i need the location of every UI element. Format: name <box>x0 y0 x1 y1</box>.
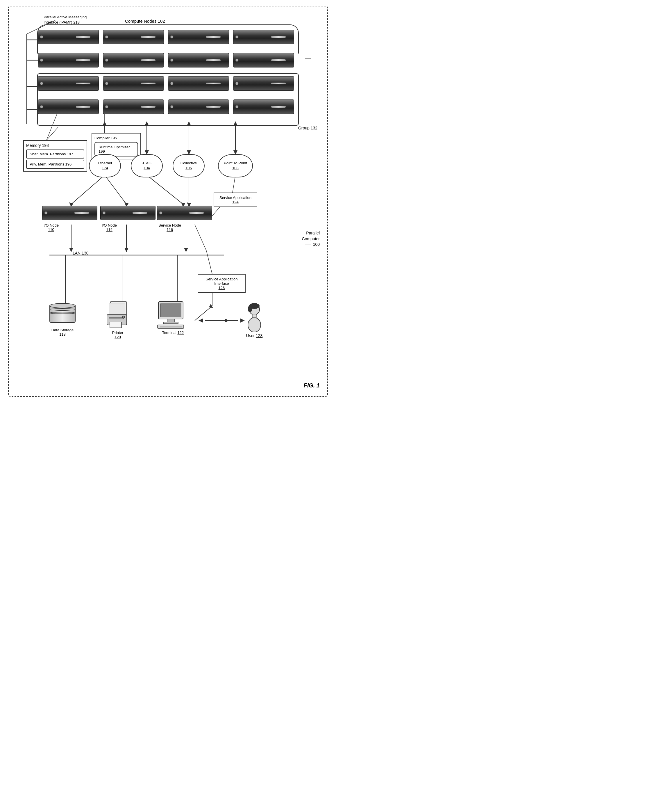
svg-marker-58 <box>225 319 229 322</box>
server-row-3 <box>38 76 294 91</box>
pami-label: Parallel Active Messaging Interface ('PA… <box>43 14 90 25</box>
priv-mem-label: Priv. Mem. Partitions 196 <box>26 160 84 169</box>
svg-marker-61 <box>198 319 203 322</box>
sai-id: 126 <box>200 286 243 290</box>
server-4-1 <box>38 99 99 114</box>
svg-line-29 <box>71 175 105 204</box>
svg-rect-69 <box>109 318 123 319</box>
server-row-1 <box>38 30 294 44</box>
ethernet-cloud: Ethernet 174 <box>89 154 121 177</box>
server-row-4 <box>38 99 294 114</box>
service-app-id: 124 <box>216 200 254 204</box>
server-2-2 <box>103 53 164 67</box>
user-container: User 128 <box>244 303 264 338</box>
io-node-110-server <box>42 205 98 220</box>
jtag-label: JTAG <box>142 161 152 166</box>
svg-rect-74 <box>167 319 174 322</box>
user-svg <box>244 303 264 332</box>
group-label: Group 132 <box>298 126 317 130</box>
io-node-110-label: I/O Node 110 <box>43 223 59 232</box>
printer-label: Printer 120 <box>105 331 131 339</box>
ptp-label: Point To Point <box>224 161 247 166</box>
collective-id: 106 <box>186 166 192 171</box>
svg-rect-71 <box>110 322 122 328</box>
service-node-server <box>157 205 212 220</box>
svg-line-33 <box>147 175 183 204</box>
svg-marker-17 <box>145 121 149 126</box>
svg-rect-83 <box>252 314 256 318</box>
sai-label: Service Application Interface <box>200 277 243 286</box>
svg-rect-76 <box>158 325 184 328</box>
outer-diagram-border: Parallel Active Messaging Interface ('PA… <box>8 6 328 397</box>
server-row-2 <box>38 53 294 67</box>
memory-label: Memory 198 <box>26 143 84 148</box>
server-1-2 <box>103 30 164 44</box>
server-2-4 <box>233 53 294 67</box>
server-1-4 <box>233 30 294 44</box>
server-2-1 <box>38 53 99 67</box>
jtag-cloud: JTAG 104 <box>131 154 163 177</box>
svg-point-81 <box>248 305 252 312</box>
svg-marker-42 <box>125 248 128 252</box>
compute-nodes-label: Compute Nodes 102 <box>125 19 165 24</box>
server-4-4 <box>233 99 294 114</box>
server-4-3 <box>168 99 229 114</box>
fig-label: FIG. 1 <box>304 382 320 389</box>
service-app-interface-box: Service Application Interface 126 <box>198 274 246 293</box>
user-label: User 128 <box>244 333 264 338</box>
svg-line-31 <box>105 175 126 204</box>
data-storage-label: Data Storage 118 <box>50 328 75 337</box>
server-3-4 <box>233 76 294 91</box>
svg-marker-25 <box>234 121 237 126</box>
io-node-114-server <box>100 205 155 220</box>
data-storage-cylinder <box>50 303 75 326</box>
main-diagram: Parallel Active Messaging Interface ('PA… <box>14 12 323 390</box>
server-3-2 <box>103 76 164 91</box>
svg-rect-75 <box>163 322 178 324</box>
svg-point-70 <box>122 316 125 318</box>
server-1-3 <box>168 30 229 44</box>
svg-line-27 <box>46 111 58 140</box>
terminal-container: Terminal 122 <box>157 300 189 335</box>
server-4-2 <box>103 99 164 114</box>
ethernet-id: 174 <box>102 166 108 171</box>
svg-marker-13 <box>102 121 107 126</box>
svg-marker-55 <box>209 304 213 308</box>
svg-marker-21 <box>187 121 191 126</box>
service-app-label: Service Application <box>216 196 254 200</box>
svg-point-82 <box>248 318 261 332</box>
service-application-box: Service Application 124 <box>214 193 257 207</box>
server-3-1 <box>38 76 99 91</box>
svg-line-37 <box>232 175 235 193</box>
lan-label: LAN 130 <box>73 251 88 255</box>
server-3-3 <box>168 76 229 91</box>
parallel-computer-label: Parallel Computer 100 <box>302 230 320 247</box>
io-node-114-label: I/O Node 114 <box>102 223 117 232</box>
svg-rect-73 <box>160 304 181 317</box>
terminal-label: Terminal 122 <box>157 331 189 335</box>
compiler-label: Compiler Compiler 195195 <box>94 136 138 140</box>
server-2-3 <box>168 53 229 67</box>
collective-label: Collective <box>181 161 197 166</box>
ethernet-label: Ethernet <box>98 161 112 166</box>
shar-mem-label: Shar. Mem. Partitions 197 <box>26 149 84 159</box>
svg-line-53 <box>206 251 212 274</box>
service-node-label: Service Node 116 <box>158 223 181 232</box>
svg-marker-44 <box>184 248 188 252</box>
svg-line-54 <box>195 306 212 321</box>
terminal-svg <box>157 300 189 329</box>
printer-container: Printer 120 <box>105 300 131 339</box>
collective-cloud: Collective 106 <box>173 154 205 177</box>
svg-line-52 <box>195 225 206 251</box>
memory-box: Memory 198 Shar. Mem. Partitions 197 Pri… <box>23 140 87 172</box>
printer-svg <box>105 300 131 329</box>
point-to-point-cloud: Point To Point 108 <box>218 154 253 177</box>
jtag-id: 104 <box>144 166 150 171</box>
svg-line-26 <box>46 127 58 140</box>
ptp-id: 108 <box>232 166 238 171</box>
data-storage-container: Data Storage 118 <box>50 303 75 337</box>
server-1-1 <box>38 30 99 44</box>
